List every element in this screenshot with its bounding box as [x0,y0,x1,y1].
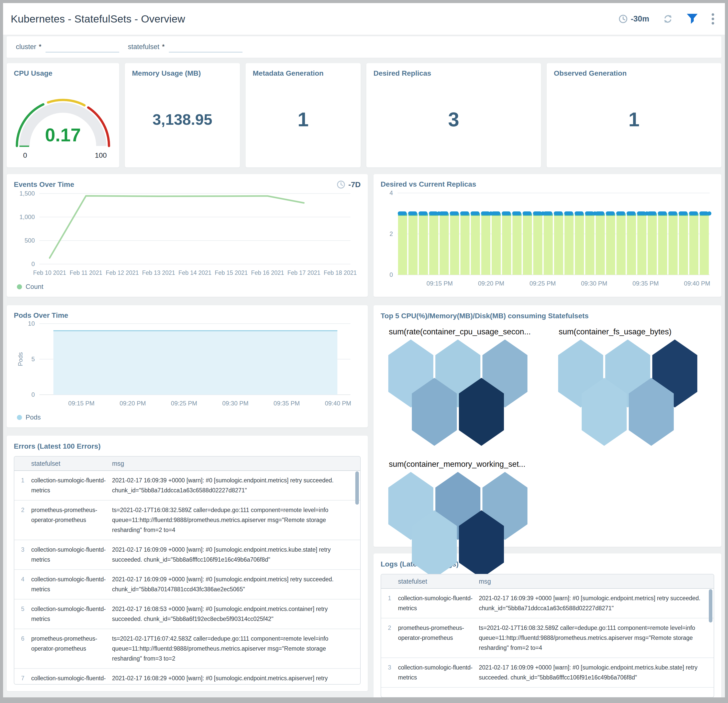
honeycomb-chart: sum(rate(container_cpu_usage_secon... [388,327,542,446]
events-legend[interactable]: Count [14,283,361,291]
svg-text:Feb 17 2021: Feb 17 2021 [287,269,320,276]
msg-cell: 2021-02-17 16:09:09 +0000 [warn]: #0 [su… [112,575,360,594]
svg-text:Feb 13 2021: Feb 13 2021 [142,269,175,276]
msg-cell: 2021-02-17 16:09:39 +0000 [warn]: #0 [su… [479,594,714,613]
logs-table-header: statefulset msg [381,575,714,589]
svg-text:Feb 15 2021: Feb 15 2021 [215,269,248,276]
kebab-menu-icon [711,13,715,25]
legend-label: Pods [26,413,41,421]
panel-menu-button[interactable] [711,13,715,25]
events-over-time-panel: Events Over Time -7D 05001,0001,500Feb 1… [7,174,368,297]
statefulset-cell: collection-sumologic-fluentd-metrics [31,575,112,594]
legend-dot [17,415,22,420]
table-row[interactable]: 3collection-sumologic-fluentd-metrics202… [14,540,360,570]
table-row[interactable]: 2prometheus-prometheus-operator-promethe… [14,501,360,540]
time-range-selector[interactable]: -30m [618,14,649,23]
honeycomb-title: sum(container_fs_usage_bytes) [559,327,712,336]
metadata-generation-value: 1 [298,108,309,131]
svg-text:10: 10 [28,320,35,327]
svg-text:1,000: 1,000 [19,213,35,220]
msg-cell: ts=2021-02-17T16:08:32.589Z caller=dedup… [112,505,360,535]
panel-title: Events Over Time [14,180,74,189]
row-number: 2 [14,505,31,535]
desired-vs-current-replicas-panel: Desired vs Current Replicas 02409:15 PM0… [373,174,721,297]
panel-title: Top 5 CPU(%)/Memory(MB)/Disk(MB) consumi… [381,312,714,320]
table-row[interactable]: 1collection-sumologic-fluentd-metrics202… [14,471,360,501]
honeycomb-title: sum(container_memory_working_set... [389,460,542,469]
svg-text:09:20 PM: 09:20 PM [478,280,504,287]
msg-cell: 2021-02-17 16:09:09 +0000 [warn]: #0 [su… [112,545,360,565]
svg-text:Feb 11 2021: Feb 11 2021 [69,269,102,276]
legend-dot [17,284,22,290]
logs-table: statefulset msg 1collection-sumologic-fl… [381,574,714,697]
svg-text:Feb 10 2021: Feb 10 2021 [33,269,66,276]
msg-cell: 2021-02-17 16:08:53 +0000 [warn]: #0 [su… [112,604,360,624]
statefulset-required-marker: * [162,43,165,52]
table-row[interactable]: 5collection-sumologic-fluentd-metrics202… [14,599,360,629]
metrics-row: CPU Usage 0.170100 Memory Usage (MB) 3,1… [7,63,721,167]
svg-text:09:25 PM: 09:25 PM [171,400,197,407]
panel-title: Observed Generation [554,69,714,78]
svg-text:Feb 14 2021: Feb 14 2021 [178,269,211,276]
table-row[interactable]: 2prometheus-prometheus-operator-promethe… [381,618,714,658]
honeycomb-grid [558,340,701,446]
statefulset-filter-label: statefulset [128,43,159,52]
errors-scrollbar-thumb[interactable] [355,471,359,505]
svg-text:09:25 PM: 09:25 PM [530,280,556,287]
svg-text:09:20 PM: 09:20 PM [120,400,146,407]
cluster-filter-input[interactable] [46,42,119,52]
events-time-range[interactable]: -7D [337,180,361,189]
svg-text:500: 500 [25,237,35,244]
statefulset-filter-input[interactable] [169,42,243,52]
pods-area-chart: 0510Pods09:15 PM09:20 PM09:25 PM09:30 PM… [14,320,361,412]
table-row[interactable]: 6prometheus-prometheus-operator-promethe… [14,629,360,669]
pods-over-time-panel: Pods Over Time 0510Pods09:15 PM09:20 PM0… [7,305,368,428]
msg-column-header: msg [112,460,360,467]
errors-table-header: statefulset msg [14,457,360,471]
memory-usage-value: 3,138.95 [152,111,212,128]
table-row[interactable]: 7collection-sumologic-fluentd-metrics202… [14,669,360,684]
svg-text:2: 2 [390,230,393,237]
table-row[interactable]: 1collection-sumologic-fluentd-metrics202… [381,589,714,618]
metadata-generation-panel: Metadata Generation 1 [246,63,361,167]
time-range-label: -30m [631,14,649,23]
panel-title: Errors (Latest 100 Errors) [14,442,361,451]
events-time-range-label: -7D [348,180,361,189]
statefulset-cell: prometheus-prometheus-operator-prometheu… [31,634,112,664]
panel-title: Memory Usage (MB) [132,69,233,78]
statefulset-cell: prometheus-prometheus-operator-prometheu… [31,505,112,535]
msg-cell: 2021-02-17 16:08:29 +0000 [warn]: #0 [su… [112,673,360,684]
svg-text:Pods: Pods [17,352,24,366]
filter-funnel-icon [686,14,698,24]
logs-scrollbar-thumb[interactable] [709,589,712,622]
filter-button[interactable] [686,14,698,24]
honeycomb-chart: sum(container_fs_usage_bytes) [558,327,712,446]
memory-usage-panel: Memory Usage (MB) 3,138.95 [125,63,240,167]
logs-panel: Logs (Latest 100 Logs) statefulset msg 1… [373,553,721,697]
svg-text:09:35 PM: 09:35 PM [633,280,659,287]
statefulset-cell: collection-sumologic-fluentd-metrics [31,604,112,624]
row-number: 3 [381,663,398,683]
clock-icon [337,180,345,189]
filter-bar: cluster * statefulset * [7,36,721,58]
svg-text:0: 0 [32,261,35,267]
table-row[interactable]: 3collection-sumologic-fluentd-metrics202… [381,658,714,688]
svg-text:09:40 PM: 09:40 PM [684,280,710,287]
page-title: Kubernetes - StatefulSets - Overview [11,13,185,25]
dashboard-page: Kubernetes - StatefulSets - Overview -30… [3,3,725,697]
clock-icon [618,14,628,23]
table-row[interactable]: 4collection-sumologic-fluentd-metrics202… [14,570,360,599]
pods-legend[interactable]: Pods [14,413,361,421]
statefulset-cell: collection-sumologic-fluentd-metrics [31,545,112,565]
svg-text:1,500: 1,500 [19,190,35,197]
panel-title: Desired Replicas [373,69,534,78]
svg-text:09:15 PM: 09:15 PM [426,280,453,287]
svg-text:5: 5 [32,356,35,363]
svg-text:09:40 PM: 09:40 PM [325,400,351,407]
svg-text:0: 0 [23,151,27,159]
honeycomb-charts: sum(rate(container_cpu_usage_secon...sum… [381,320,714,578]
statefulset-column-header: statefulset [31,460,112,467]
top5-consumers-panel: Top 5 CPU(%)/Memory(MB)/Disk(MB) consumi… [373,305,721,547]
topbar: Kubernetes - StatefulSets - Overview -30… [3,3,725,35]
refresh-button[interactable] [663,14,673,24]
